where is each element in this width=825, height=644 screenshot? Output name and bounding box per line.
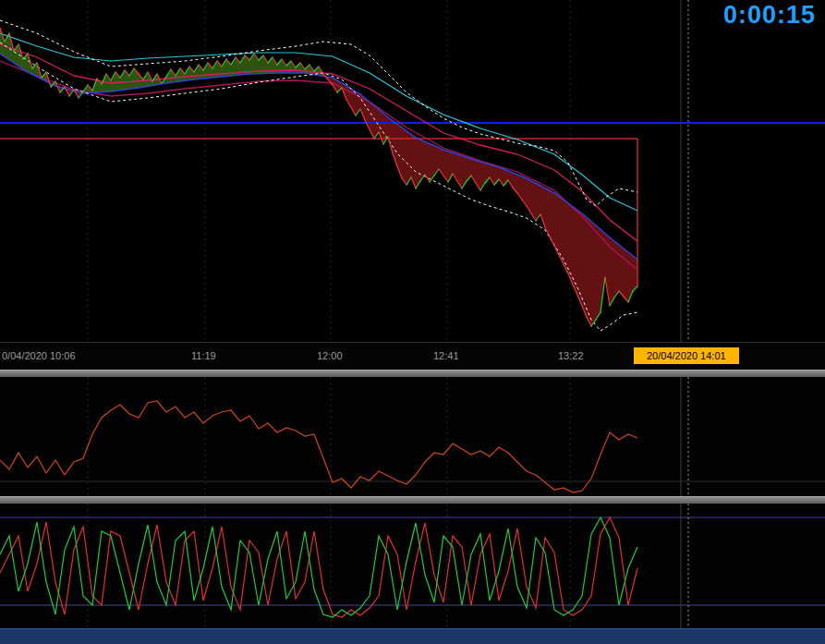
price-chart-panel[interactable]: 0:00:15 bbox=[0, 0, 825, 342]
time-axis-label: 12:41 bbox=[433, 350, 459, 361]
trading-chart-screen: 0:00:15 20/04/2020 14:01 0/04/2020 10:06… bbox=[0, 0, 825, 644]
price-chart-canvas[interactable] bbox=[0, 0, 825, 342]
countdown-timer: 0:00:15 bbox=[723, 1, 816, 30]
panel-splitter-2[interactable] bbox=[0, 496, 825, 504]
time-axis-label: 0/04/2020 10:06 bbox=[2, 350, 76, 361]
panel-splitter-1[interactable] bbox=[0, 370, 825, 377]
time-axis-label: 12:00 bbox=[317, 350, 343, 361]
time-axis[interactable]: 20/04/2020 14:01 0/04/2020 10:0611:1912:… bbox=[0, 342, 825, 371]
indicator-panel-2[interactable] bbox=[0, 504, 825, 628]
taskbar-strip bbox=[0, 628, 825, 644]
oscillator-2-canvas[interactable] bbox=[0, 504, 825, 628]
cursor-time-label: 20/04/2020 14:01 bbox=[634, 347, 739, 364]
time-axis-label: 13:22 bbox=[558, 350, 584, 361]
time-axis-label: 11:19 bbox=[191, 350, 216, 361]
oscillator-1-canvas[interactable] bbox=[0, 377, 825, 496]
indicator-panel-1[interactable] bbox=[0, 377, 825, 496]
